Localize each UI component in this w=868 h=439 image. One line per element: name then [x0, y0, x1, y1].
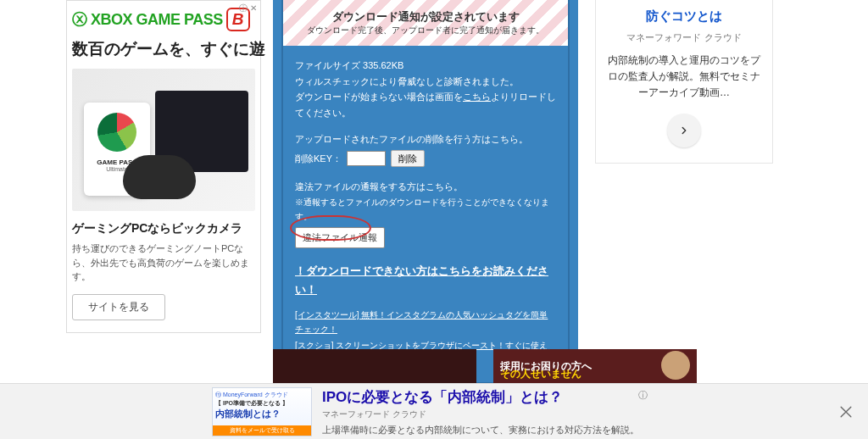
ad-subtitle: ゲーミングPCならビックカメラ [72, 221, 255, 236]
right-ad-next-button[interactable] [667, 114, 701, 147]
sticky-ad-image[interactable]: ⓜ MoneyForward クラウド 【 IPO準備で必要となる 】 内部統制… [212, 387, 312, 436]
banner-2-face-icon [661, 351, 690, 380]
sticky-ad-brand: マネーフォワード クラウド [322, 408, 639, 420]
banner-1[interactable] [273, 349, 476, 383]
report-illegal-button[interactable]: 違法ファイル通報 [295, 227, 385, 248]
panel-body: ファイルサイズ 335.62KB ウィルスチェックにより脅威なしと診断されました… [283, 46, 568, 374]
right-ad-desc: 内部統制の導入と運用のコツをプロの監査人が解説。無料でセミナーアーカイブ動画… [606, 53, 762, 102]
banner-2-line2: その人せいません [500, 367, 581, 381]
delete-hint: アップロードされたファイルの削除を行う方はこちら。 [295, 131, 556, 147]
right-ad-brand: マネーフォワード クラウド [606, 31, 762, 44]
ad-cta-button[interactable]: サイトを見る [72, 294, 165, 320]
sticky-ad-img-big: 内部統制とは？ [215, 408, 309, 420]
notice-stripe: ダウンロード通知が設定されています ダウンロード完了後、アップロード者に完了通知… [283, 0, 568, 46]
banner-row: 採用にお困りの方へ その人せいません [273, 349, 697, 383]
ad-logo-row: ⓧ XBOX GAME PASS B [72, 8, 255, 31]
controller-icon [123, 155, 196, 199]
sticky-ad-img-cta[interactable]: 資料をメールで受け取る [213, 425, 311, 436]
ad-container: ⓘ ✕ ⓧ XBOX GAME PASS B 数百のゲームを、すぐに遊 GAME… [66, 0, 261, 333]
virus-line: ウィルスチェックにより脅威なしと診断されました。 [295, 74, 556, 90]
ad-hero-image: GAME PASS Ultimate [72, 69, 255, 211]
right-ad-card: 防ぐコツとは マネーフォワード クラウド 内部統制の導入と運用のコツをプロの監査… [595, 0, 773, 164]
sticky-ad-img-top: ⓜ MoneyForward クラウド [215, 391, 309, 399]
close-icon [837, 403, 854, 420]
sticky-ad-close-button[interactable] [836, 402, 856, 422]
delete-button[interactable]: 削除 [391, 150, 425, 167]
chevron-right-icon [678, 125, 690, 136]
report-hint: 違法ファイルの通報をする方はこちら。 [295, 179, 556, 195]
sticky-ad-desc: 上場準備時に必要となる内部統制について、実務における対応方法を解説。 [322, 424, 639, 436]
right-ad-title[interactable]: 防ぐコツとは [606, 8, 762, 25]
filesize-line: ファイルサイズ 335.62KB [295, 58, 556, 74]
xbox-gamepass-logo: ⓧ XBOX GAME PASS [72, 9, 223, 30]
sticky-ad-info-icon[interactable]: ⓘ [638, 389, 648, 402]
delete-key-input[interactable] [347, 151, 386, 166]
cannot-download-link[interactable]: ！ダウンロードできない方はこちらをお読みください！ [295, 262, 556, 299]
notice-title: ダウンロード通知が設定されています [332, 9, 520, 25]
delete-key-label: 削除KEY： [295, 151, 342, 167]
reload-link[interactable]: こちら [463, 92, 491, 102]
banner-2[interactable]: 採用にお困りの方へ その人せいません [493, 349, 697, 383]
filesize-value: 335.62KB [363, 60, 403, 70]
left-ad-card: ⓘ ✕ ⓧ XBOX GAME PASS B 数百のゲームを、すぐに遊 GAME… [66, 0, 261, 333]
filesize-label: ファイルサイズ [295, 60, 360, 70]
ad-headline: 数百のゲームを、すぐに遊 [72, 38, 255, 60]
report-warning: ※通報するとファイルのダウンロードを行うことができなくなります。 [295, 195, 556, 224]
sticky-bottom-ad: ⓜ MoneyForward クラウド 【 IPO準備で必要となる 】 内部統制… [0, 383, 868, 439]
sticky-ad-headline[interactable]: IPOに必要となる「内部統制」とは？ [322, 387, 639, 407]
sticky-ad-img-mid: 【 IPO準備で必要となる 】 [215, 399, 309, 408]
delete-row: 削除KEY： 削除 [295, 150, 556, 167]
notice-sub: ダウンロード完了後、アップロード者に完了通知が届きます。 [307, 25, 544, 36]
reload-line: ダウンロードが始まらない場合は画面をこちらよりリロードしてください。 [295, 89, 556, 120]
ad-description: 持ち運びのできるゲーミングノートPCなら、外出先でも高負荷のゲームを楽しめます。 [72, 242, 255, 284]
ad-info-close[interactable]: ⓘ ✕ [239, 3, 257, 14]
promo-link-instatool[interactable]: [インスタツール] 無料！インスタグラムの人気ハッシュタグを簡単チェック！ [295, 308, 556, 336]
